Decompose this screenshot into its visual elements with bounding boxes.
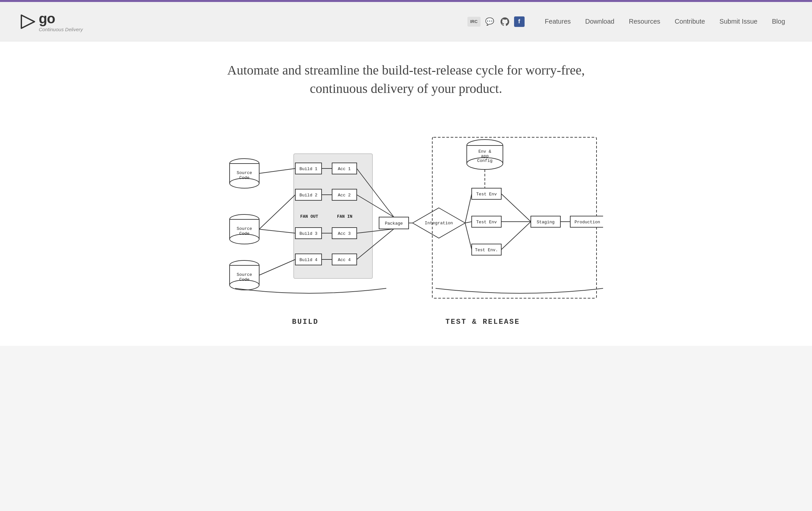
build-1-label: Build 1	[299, 167, 318, 172]
arrow-test3-staging	[501, 222, 531, 249]
integration-label: Integration	[425, 221, 453, 226]
logo-text-area: go Continuous Delivery	[39, 11, 83, 32]
nav-blog[interactable]: Blog	[765, 18, 792, 25]
acc-2-label: Acc 2	[338, 193, 350, 198]
production-label: Production	[575, 220, 600, 224]
pipeline-diagram: .sketch { fill: none; stroke: #333; stro…	[26, 118, 786, 314]
chat-icon[interactable]: 💬	[484, 16, 496, 28]
nav-download[interactable]: Download	[578, 18, 622, 25]
facebook-icon[interactable]: f	[514, 17, 525, 27]
main-nav: Features Download Resources Contribute S…	[538, 18, 792, 25]
source-2-text: Source	[237, 226, 252, 231]
env-config-line1: Env &	[478, 149, 491, 154]
irc-icon[interactable]: IRC	[467, 17, 481, 27]
arrow-src1-build1	[259, 169, 295, 173]
social-icons: IRC 💬 f	[467, 16, 525, 28]
main-content: Automate and streamline the build-test-r…	[0, 41, 812, 346]
logo-area[interactable]: go Continuous Delivery	[20, 11, 83, 32]
source-3-text: Source	[237, 272, 252, 277]
source-2-text2: Code	[239, 231, 249, 236]
acc-4-label: Acc 4	[338, 258, 350, 262]
test-release-label: TEST & RELEASE	[445, 318, 520, 326]
test-env-1-label: Test Env	[476, 192, 497, 197]
arrow-int-test1	[465, 194, 472, 223]
source-1-text: Source	[237, 171, 252, 175]
staging-label: Staging	[537, 220, 555, 224]
build-4-label: Build 4	[299, 258, 318, 262]
build-2-label: Build 2	[299, 193, 318, 198]
nav-features[interactable]: Features	[538, 18, 578, 25]
logo-subtitle: Continuous Delivery	[39, 27, 83, 32]
fan-out-label: FAN OUT	[300, 214, 318, 219]
source-3-text2: Code	[239, 277, 249, 282]
fan-in-label: FAN IN	[337, 214, 352, 219]
header: go Continuous Delivery IRC 💬 f Features …	[0, 2, 812, 41]
arrow-int-test3	[465, 223, 472, 249]
build-underline	[235, 288, 386, 293]
github-icon[interactable]	[499, 16, 511, 28]
arrow-src2-build2	[259, 195, 295, 229]
test-env-3-label: Test Env.	[475, 248, 498, 252]
acc-3-label: Acc 3	[338, 231, 350, 236]
test-env-2-label: Test Env	[476, 220, 497, 224]
acc-1-label: Acc 1	[338, 167, 350, 172]
source-1-text2: Code	[239, 175, 249, 180]
test-release-underline	[436, 288, 603, 293]
logo-play-icon	[20, 13, 36, 30]
env-config-line2: app	[481, 154, 489, 159]
logo-go-text: go	[39, 11, 83, 27]
nav-resources[interactable]: Resources	[621, 18, 667, 25]
arrow-src3-build4	[259, 260, 295, 275]
nav-submit-issue[interactable]: Submit Issue	[712, 18, 765, 25]
arrow-src2-build3	[259, 229, 295, 233]
svg-marker-0	[21, 15, 34, 28]
env-config-line3: Config	[477, 158, 493, 163]
nav-contribute[interactable]: Contribute	[667, 18, 712, 25]
hero-headline: Automate and streamline the build-test-r…	[225, 61, 587, 98]
arrow-int-test2	[465, 222, 472, 223]
build-3-label: Build 3	[299, 231, 318, 236]
package-label: Package	[385, 221, 403, 226]
build-label: BUILD	[292, 318, 319, 326]
arrow-test1-staging	[501, 194, 531, 222]
diagram-labels: BUILD TEST & RELEASE	[209, 318, 603, 326]
